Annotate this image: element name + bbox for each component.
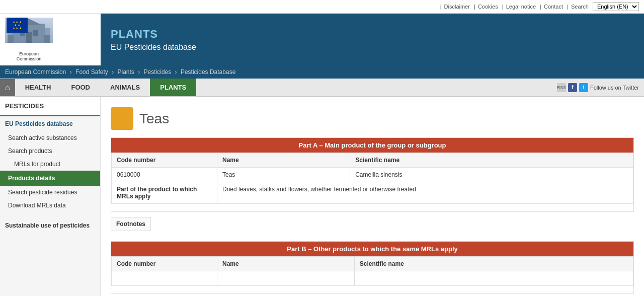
- breadcrumb-food[interactable]: Food Safety: [75, 68, 108, 76]
- contact-link[interactable]: Contact: [544, 4, 563, 10]
- nav-food[interactable]: FOOD: [61, 79, 100, 96]
- cell-part-label: Part of the product to which MRLs apply: [112, 182, 217, 204]
- legal-notice-link[interactable]: Legal notice: [506, 4, 536, 10]
- breadcrumb-ec[interactable]: European Commission: [5, 68, 66, 76]
- part-b-empty-row: [112, 271, 633, 286]
- facebook-icon[interactable]: f: [568, 83, 577, 92]
- nav-home-button[interactable]: [0, 79, 15, 96]
- nav-social: RSS f t Follow us on Twitter: [557, 83, 644, 92]
- nav-animals[interactable]: ANIMALS: [100, 79, 150, 96]
- sidebar-title: PESTICIDES: [0, 97, 100, 116]
- col-b-scientific: Scientific name: [354, 257, 633, 271]
- content-layout: PESTICIDES EU Pesticides database Search…: [0, 97, 644, 296]
- sidebar: PESTICIDES EU Pesticides database Search…: [0, 97, 101, 296]
- part-a-table: Code number Name Scientific name 0610000…: [111, 153, 633, 204]
- svg-rect-5: [33, 30, 38, 36]
- logo-section: ★ ★ ★ ★ ★ ★ ★ ★ European Commission: [0, 14, 101, 65]
- breadcrumb-db[interactable]: Pesticides Database: [181, 68, 235, 76]
- footnotes-box: Footnotes: [111, 217, 151, 231]
- col-b-name: Name: [217, 257, 355, 271]
- commission-label: European Commission: [17, 51, 42, 61]
- part-a-header: Part A – Main product of the group or su…: [111, 138, 633, 153]
- svg-rect-6: [26, 32, 32, 43]
- table-row: 0610000 Teas Camellia sinensis: [112, 168, 633, 182]
- plants-title: PLANTS: [111, 28, 634, 41]
- main-nav: HEALTH FOOD ANIMALS PLANTS RSS f t Follo…: [0, 79, 644, 97]
- main-content: Teas Part A – Main product of the group …: [101, 97, 644, 296]
- site-title-section: PLANTS EU Pesticides database: [101, 14, 644, 65]
- db-title: EU Pesticides database: [111, 43, 634, 52]
- col-b-code: Code number: [112, 257, 217, 271]
- sidebar-mrls-product[interactable]: MRLs for product: [0, 158, 100, 171]
- cell-code: 0610000: [112, 168, 217, 182]
- part-a-header-row: Code number Name Scientific name: [112, 153, 633, 168]
- rss-icon[interactable]: RSS: [557, 83, 566, 92]
- sidebar-search-active[interactable]: Search active substances: [0, 131, 100, 144]
- svg-text:★ ★ ★: ★ ★ ★: [13, 27, 22, 30]
- part-b-table: Code number Name Scientific name: [111, 256, 633, 286]
- svg-rect-7: [8, 35, 14, 43]
- breadcrumb-pesticides[interactable]: Pesticides: [144, 68, 172, 76]
- sidebar-download-mrls[interactable]: Download MRLs data: [0, 199, 100, 212]
- nav-plants[interactable]: PLANTS: [150, 79, 196, 96]
- search-link[interactable]: Search: [571, 4, 589, 10]
- top-bar: | Disclaimer | Cookies | Legal notice | …: [0, 0, 644, 14]
- sidebar-sustainable-use[interactable]: Sustainable use of pesticides: [0, 217, 100, 231]
- sidebar-products-details[interactable]: Products details: [0, 171, 100, 186]
- part-b-header: Part B – Other products to which the sam…: [111, 242, 633, 256]
- page-heading: Teas: [111, 102, 634, 137]
- sidebar-search-products[interactable]: Search products: [0, 144, 100, 158]
- part-b-section: Part B – Other products to which the sam…: [111, 241, 634, 294]
- sidebar-search-residues[interactable]: Search pesticide residues: [0, 186, 100, 199]
- eu-flag: ★ ★ ★ ★ ★ ★ ★ ★: [7, 18, 28, 33]
- cookies-link[interactable]: Cookies: [478, 4, 498, 10]
- col-scientific-name: Scientific name: [350, 153, 633, 168]
- twitter-icon[interactable]: t: [579, 83, 588, 92]
- cell-part-value: Dried leaves, stalks and flowers, whethe…: [217, 182, 633, 204]
- page-title: Teas: [139, 111, 169, 127]
- cell-name: Teas: [217, 168, 350, 182]
- cell-scientific: Camellia sinensis: [350, 168, 633, 182]
- table-row-parts: Part of the product to which MRLs apply …: [112, 182, 633, 204]
- site-header: ★ ★ ★ ★ ★ ★ ★ ★ European Commission PLAN…: [0, 14, 644, 65]
- part-b-header-row: Code number Name Scientific name: [112, 257, 633, 271]
- social-text: Follow us on Twitter: [590, 85, 639, 91]
- nav-health[interactable]: HEALTH: [15, 79, 61, 96]
- breadcrumb: European Commission › Food Safety › Plan…: [0, 65, 644, 79]
- disclaimer-link[interactable]: Disclaimer: [444, 4, 470, 10]
- sidebar-section-pesticides[interactable]: EU Pesticides database: [0, 116, 100, 131]
- col-code-number: Code number: [112, 153, 217, 168]
- col-name: Name: [217, 153, 350, 168]
- part-a-section: Part A – Main product of the group or su…: [111, 137, 634, 212]
- svg-rect-8: [44, 35, 50, 43]
- product-icon: [111, 107, 133, 130]
- language-select[interactable]: English (EN): [593, 2, 639, 11]
- breadcrumb-plants[interactable]: Plants: [117, 68, 134, 76]
